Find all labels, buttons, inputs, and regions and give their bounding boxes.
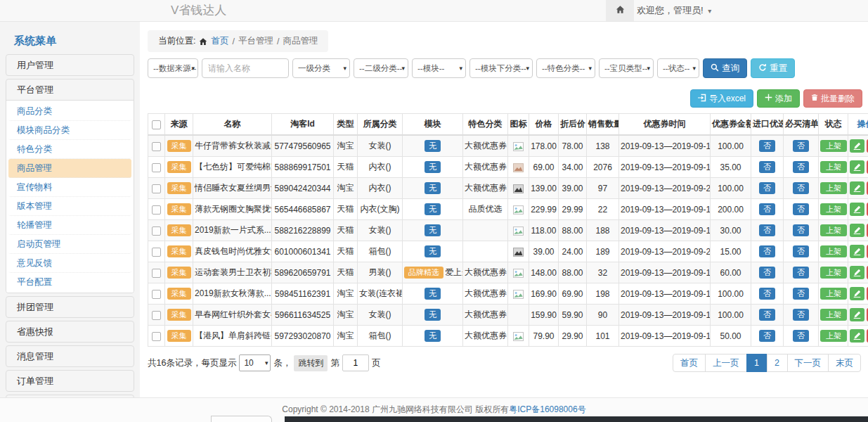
must-buy-badge[interactable]: 否 xyxy=(793,330,809,342)
row-checkbox[interactable] xyxy=(152,226,161,236)
sidebar-subitem-商品分类[interactable]: 商品分类 xyxy=(8,102,131,121)
user-menu[interactable]: 欢迎您，管理员! ▾ xyxy=(637,0,711,22)
page-button-2[interactable]: 2 xyxy=(767,354,788,372)
row-checkbox[interactable] xyxy=(152,163,161,172)
import-select-badge[interactable]: 否 xyxy=(759,203,775,215)
jump-page-input[interactable] xyxy=(342,354,369,371)
select-all-checkbox[interactable] xyxy=(152,120,161,129)
import-select-badge[interactable]: 否 xyxy=(759,182,775,194)
edit-button[interactable] xyxy=(850,266,864,279)
filter-select-module[interactable]: --模块--▾ xyxy=(412,58,466,78)
page-button-末页[interactable]: 末页 xyxy=(828,354,861,372)
status-badge[interactable]: 上架 xyxy=(820,245,847,257)
import-select-badge[interactable]: 否 xyxy=(759,309,775,321)
must-buy-badge[interactable]: 否 xyxy=(793,182,809,194)
add-button[interactable]: 添加 xyxy=(757,89,800,108)
must-buy-badge[interactable]: 否 xyxy=(793,288,809,300)
sidebar-item-平台管理[interactable]: 平台管理 xyxy=(6,79,134,100)
edit-button[interactable] xyxy=(850,139,864,153)
jump-to-button[interactable]: 跳转到 xyxy=(294,355,328,371)
sidebar-subitem-特色分类[interactable]: 特色分类 xyxy=(8,140,131,159)
page-button-下一页[interactable]: 下一页 xyxy=(787,354,829,372)
sidebar-item-消息管理[interactable]: 消息管理 xyxy=(6,346,134,366)
edit-button[interactable] xyxy=(850,329,864,343)
status-badge[interactable]: 上架 xyxy=(820,309,847,321)
row-checkbox[interactable] xyxy=(152,311,161,320)
import-select-badge[interactable]: 否 xyxy=(759,245,775,257)
must-buy-badge[interactable]: 否 xyxy=(793,267,809,279)
breadcrumb-home-link[interactable]: 首页 xyxy=(211,35,228,47)
sidebar-section-0: 用户管理 xyxy=(6,54,134,76)
filter-select-feature-category[interactable]: --特色分类--▾ xyxy=(536,58,595,78)
row-checkbox[interactable] xyxy=(152,248,161,257)
filter-select-level2-category[interactable]: --二级分类--▾ xyxy=(354,58,408,78)
import-select-badge[interactable]: 否 xyxy=(759,267,775,279)
filter-select-level1-category[interactable]: 一级分类▾ xyxy=(292,58,350,78)
status-badge[interactable]: 上架 xyxy=(820,330,847,342)
edit-button[interactable] xyxy=(850,287,864,300)
sidebar-item-用户管理[interactable]: 用户管理 xyxy=(6,55,134,75)
sidebar-item-拼团管理[interactable]: 拼团管理 xyxy=(6,297,134,317)
must-buy-badge[interactable]: 否 xyxy=(793,309,809,321)
status-badge[interactable]: 上架 xyxy=(820,288,847,300)
import-select-badge[interactable]: 否 xyxy=(759,224,775,236)
cell-taoke-id: 596611634525 xyxy=(272,305,334,326)
status-badge[interactable]: 上架 xyxy=(820,182,847,194)
edit-button[interactable] xyxy=(850,308,864,321)
sidebar-subitem-平台配置[interactable]: 平台配置 xyxy=(8,273,131,291)
import-select-badge[interactable]: 否 xyxy=(759,161,775,173)
query-button[interactable]: 查询 xyxy=(703,58,747,78)
cell-coupon-amount: 60.00 xyxy=(711,262,751,283)
search-name-input[interactable] xyxy=(202,58,289,78)
icp-link[interactable]: 粤ICP备16098006号 xyxy=(509,404,585,414)
reset-button[interactable]: 重置 xyxy=(751,58,795,78)
status-badge[interactable]: 上架 xyxy=(820,267,847,279)
edit-button[interactable] xyxy=(850,224,864,237)
import-select-badge[interactable]: 否 xyxy=(759,140,775,152)
edit-button[interactable] xyxy=(850,160,864,174)
status-badge[interactable]: 上架 xyxy=(820,203,847,215)
must-buy-badge[interactable]: 否 xyxy=(793,140,809,152)
filter-select-status[interactable]: --状态--▾ xyxy=(657,58,699,78)
status-badge[interactable]: 上架 xyxy=(820,140,847,152)
row-checkbox[interactable] xyxy=(152,184,161,193)
per-page-select[interactable]: 10 ▾ xyxy=(239,354,271,371)
row-checkbox[interactable] xyxy=(152,332,161,341)
must-buy-badge[interactable]: 否 xyxy=(793,245,809,257)
must-buy-badge[interactable]: 否 xyxy=(793,224,809,236)
sidebar-subitem-宣传物料[interactable]: 宣传物料 xyxy=(8,178,131,197)
sidebar-item-省惠快报[interactable]: 省惠快报 xyxy=(6,321,134,342)
home-button[interactable] xyxy=(606,0,634,21)
edit-button[interactable] xyxy=(850,203,864,216)
must-buy-badge[interactable]: 否 xyxy=(793,161,809,173)
sidebar-subitem-启动页管理[interactable]: 启动页管理 xyxy=(8,235,131,254)
status-badge[interactable]: 上架 xyxy=(820,161,847,173)
sidebar-subitem-版本管理[interactable]: 版本管理 xyxy=(8,197,131,216)
filter-select-module-subcategory[interactable]: --模块下分类--▾ xyxy=(469,58,533,78)
edit-button[interactable] xyxy=(850,245,864,258)
sidebar-item-订单管理[interactable]: 订单管理 xyxy=(6,371,134,391)
filter-select-item-type[interactable]: --宝贝类型--▾ xyxy=(599,58,654,78)
import-select-badge[interactable]: 否 xyxy=(759,288,775,300)
import-excel-button[interactable]: 导入excel xyxy=(690,89,753,108)
sidebar-subitem-商品管理[interactable]: 商品管理 xyxy=(8,159,131,178)
edit-button[interactable] xyxy=(850,181,864,195)
row-checkbox[interactable] xyxy=(152,290,161,299)
status-badge[interactable]: 上架 xyxy=(820,224,847,236)
row-checkbox[interactable] xyxy=(152,269,161,278)
sidebar-subitem-意见反馈[interactable]: 意见反馈 xyxy=(8,254,131,273)
page-button-1[interactable]: 1 xyxy=(746,354,767,372)
sidebar-subitem-模块商品分类[interactable]: 模块商品分类 xyxy=(8,121,131,140)
row-checkbox[interactable] xyxy=(152,205,161,215)
cell-source: 采集 xyxy=(165,178,193,199)
page-button-上一页[interactable]: 上一页 xyxy=(705,354,747,372)
must-buy-badge[interactable]: 否 xyxy=(793,203,809,215)
sidebar-subitem-轮播管理[interactable]: 轮播管理 xyxy=(8,216,131,235)
column-header-销售数量: 销售数量 xyxy=(587,114,619,136)
welcome-text: 欢迎您，管理员! xyxy=(637,5,704,15)
batch-delete-button[interactable]: 批量删除 xyxy=(803,89,862,108)
import-select-badge[interactable]: 否 xyxy=(759,330,775,342)
page-button-首页[interactable]: 首页 xyxy=(673,354,706,372)
row-checkbox[interactable] xyxy=(152,142,161,151)
filter-select-data-source[interactable]: --数据来源--▾ xyxy=(148,58,198,78)
